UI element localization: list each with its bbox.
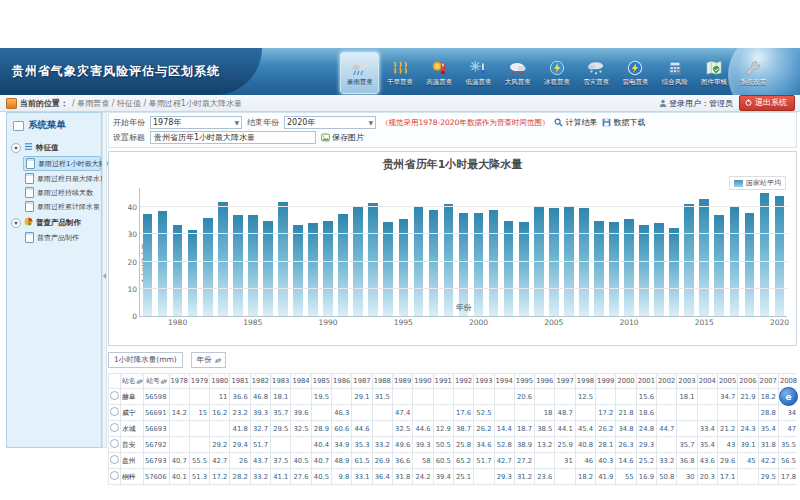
bar-2018[interactable] (745, 213, 755, 316)
year-header-1979[interactable]: 1979 (189, 374, 209, 389)
sidebar-collapse-icon[interactable] (13, 121, 24, 131)
bar-2009[interactable] (609, 222, 619, 316)
year-header-1985[interactable]: 1985 (311, 374, 331, 389)
nav-item-settings[interactable]: 系统设置 (735, 53, 772, 93)
year-header-2000[interactable]: 2000 (616, 374, 636, 389)
year-header-1988[interactable]: 1988 (372, 374, 392, 389)
bar-2015[interactable] (699, 199, 709, 316)
year-header-1981[interactable]: 1981 (230, 374, 250, 389)
start-year-select[interactable]: 1978年▼ (150, 116, 242, 129)
station-id-header[interactable]: 站号 ▲▼ (143, 374, 169, 389)
bar-1999[interactable] (459, 213, 469, 316)
year-header-1989[interactable]: 1989 (392, 374, 412, 389)
bar-1987[interactable] (278, 202, 288, 316)
year-header-1995[interactable]: 1995 (514, 374, 534, 389)
sidebar-item[interactable]: 暴雨过程日最大降水量 (23, 172, 101, 185)
year-header-1982[interactable]: 1982 (250, 374, 270, 389)
sort-carets-icon[interactable]: ▲▼ (160, 378, 166, 384)
floating-widget-icon[interactable]: e (779, 387, 798, 406)
bar-1991[interactable] (338, 214, 348, 316)
nav-item-drought[interactable]: 干旱普查 (381, 53, 418, 93)
year-header-1984[interactable]: 1984 (291, 374, 311, 389)
year-header-2007[interactable]: 2007 (758, 374, 778, 389)
bar-2002[interactable] (504, 221, 514, 316)
bar-1997[interactable] (429, 210, 439, 316)
year-header-1980[interactable]: 1980 (210, 374, 230, 389)
save-image-button[interactable]: 保存图片 (321, 132, 364, 143)
bar-2005[interactable] (549, 208, 559, 316)
bar-2020[interactable] (775, 196, 785, 316)
bar-1989[interactable] (308, 223, 318, 316)
nav-item-risk[interactable]: 综合风险 (656, 53, 693, 93)
year-header-2006[interactable]: 2006 (738, 374, 758, 389)
row-expand-icon[interactable] (110, 407, 119, 416)
sidebar-item[interactable]: 暴雨过程1小时最大降水量 (23, 156, 101, 171)
bar-2019[interactable] (760, 193, 770, 316)
nav-item-high-temp[interactable]: 高温普查 (421, 53, 458, 93)
nav-item-snow[interactable]: 雪灾普查 (578, 53, 615, 93)
tree-toggle-icon[interactable] (11, 143, 21, 153)
year-header-1986[interactable]: 1986 (332, 374, 352, 389)
sidebar-group-header[interactable]: 普查产品制作 (11, 215, 101, 230)
sidebar-item[interactable]: 普查产品制作 (23, 231, 101, 244)
metric-pivot-button[interactable]: 1小时降水量(mm) (108, 352, 183, 368)
nav-item-hail[interactable]: 冰雹普查 (538, 53, 575, 93)
row-expand-icon[interactable] (110, 439, 119, 448)
sidebar-group-header[interactable]: 特征值 (11, 140, 101, 155)
row-expand-icon[interactable] (110, 423, 119, 432)
bar-1978[interactable] (143, 214, 153, 316)
bar-1981[interactable] (188, 230, 198, 316)
sidebar-item[interactable]: 暴雨过程持续天数 (23, 186, 101, 199)
bar-1986[interactable] (263, 221, 273, 316)
year-header-1992[interactable]: 1992 (453, 374, 473, 389)
year-header-2001[interactable]: 2001 (636, 374, 656, 389)
year-header-2002[interactable]: 2002 (657, 374, 677, 389)
bar-2013[interactable] (669, 228, 679, 317)
year-header-1978[interactable]: 1978 (169, 374, 189, 389)
year-header-1997[interactable]: 1997 (555, 374, 575, 389)
bar-1988[interactable] (293, 225, 303, 316)
year-header-2005[interactable]: 2005 (717, 374, 737, 389)
year-header-1993[interactable]: 1993 (474, 374, 494, 389)
year-header-1990[interactable]: 1990 (413, 374, 433, 389)
nav-item-map-review[interactable]: 图件审核 (695, 53, 732, 93)
bar-2001[interactable] (489, 210, 499, 316)
row-expand-icon[interactable] (110, 455, 119, 464)
bar-2008[interactable] (594, 221, 604, 316)
year-header-1998[interactable]: 1998 (575, 374, 595, 389)
station-name-header[interactable]: 站名 ▲▼ (121, 374, 144, 389)
tree-toggle-icon[interactable] (11, 218, 21, 228)
bar-1985[interactable] (248, 215, 258, 316)
year-pivot-button[interactable]: 年份 ▲▼ (191, 352, 227, 368)
bar-1984[interactable] (233, 215, 243, 316)
row-expand-icon[interactable] (110, 471, 119, 480)
bar-2016[interactable] (714, 215, 724, 316)
nav-item-low-temp[interactable]: 低温普查 (460, 53, 497, 93)
calculate-button[interactable]: 计算结果 (554, 117, 597, 128)
bar-1983[interactable] (218, 202, 228, 316)
nav-item-rainstorm[interactable]: 暴雨普查 (340, 52, 379, 94)
year-header-1991[interactable]: 1991 (433, 374, 453, 389)
year-header-1996[interactable]: 1996 (535, 374, 555, 389)
year-header-1994[interactable]: 1994 (494, 374, 514, 389)
bar-2003[interactable] (519, 222, 529, 316)
chart-title-input[interactable]: 贵州省历年1小时最大降水量 (150, 131, 316, 144)
bar-1980[interactable] (173, 225, 183, 316)
sort-carets-icon[interactable]: ▲▼ (136, 378, 142, 384)
sidebar-item[interactable]: 暴雨过程累计降水量 (23, 200, 101, 213)
end-year-select[interactable]: 2020年▼ (284, 116, 376, 129)
year-header-1987[interactable]: 1987 (352, 374, 372, 389)
bar-1993[interactable] (368, 203, 378, 316)
bar-1990[interactable] (323, 221, 333, 316)
year-header-2003[interactable]: 2003 (677, 374, 697, 389)
bar-1979[interactable] (158, 211, 168, 316)
nav-item-lightning[interactable]: 雷电普查 (617, 53, 654, 93)
download-button[interactable]: 数据下载 (602, 117, 645, 128)
bar-2012[interactable] (654, 223, 664, 316)
logout-button[interactable]: 退出系统 (739, 95, 795, 111)
year-header-2004[interactable]: 2004 (697, 374, 717, 389)
bar-2000[interactable] (474, 213, 484, 316)
sidebar-splitter[interactable] (102, 112, 107, 448)
year-header-1999[interactable]: 1999 (596, 374, 616, 389)
nav-item-wind[interactable]: 大风普查 (499, 53, 536, 93)
